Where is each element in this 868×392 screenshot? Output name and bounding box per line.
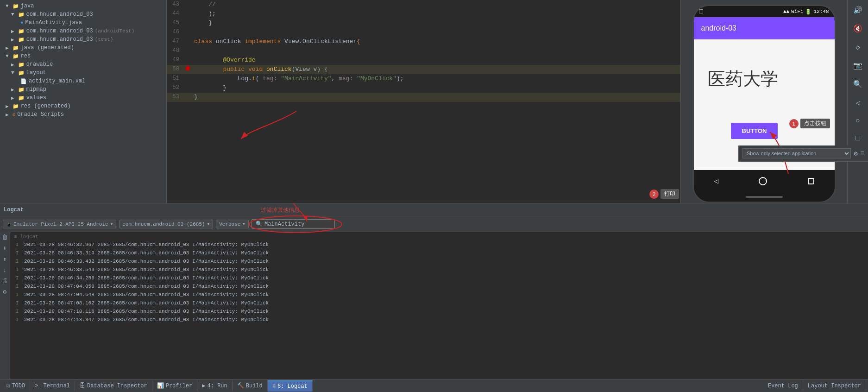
tree-layout[interactable]: ▼ 📁 layout (0, 69, 166, 77)
tree-res[interactable]: ▼ 📁 res (0, 52, 166, 60)
tab-database-inspector[interactable]: 🗄 Database Inspector (75, 380, 152, 391)
todo-icon: ☑ (6, 382, 10, 389)
log-text: 2021-03-28 08:47:18.116 2685-2685/com.hn… (24, 309, 269, 314)
tree-drawable[interactable]: ▶ 📁 drawable (0, 60, 166, 69)
logcat-section-label: ≡ logcat (12, 233, 866, 240)
emulator-dropdown[interactable]: 📱 Emulator Pixel_2_API_25 Androic ▾ (3, 220, 116, 228)
folder-collapsed-icon: ▶ (11, 37, 14, 43)
status-bar-right: ▲▲ WiFi 🔋 12:48 (783, 9, 829, 15)
tree-java[interactable]: ▼ 📁 java (0, 2, 166, 10)
log-level-icon: I (14, 317, 20, 322)
code-line-51: 51 Log.i( tag: "MainActivity", msg: "MyO… (167, 74, 680, 83)
tree-mainactivity[interactable]: ● MainActivity.java (0, 19, 166, 27)
tab-todo[interactable]: ☑ TODO (2, 380, 30, 391)
status-time: 12:48 (813, 9, 829, 14)
app-main-text: 医药大学 (708, 67, 778, 91)
folder-type-icon: 📁 (18, 12, 25, 18)
battery-icon: 🔋 (805, 9, 811, 15)
back-button[interactable]: ◁ (714, 177, 718, 186)
settings-icon[interactable]: ⚙ (854, 150, 857, 158)
database-icon: 🗄 (80, 382, 85, 389)
right-toolbar: 🔊 🔇 ◇ 📷 🔍 ◁ ○ □ Show only selected appli… (847, 0, 868, 203)
log-text: 2021-03-28 08:46:33.543 2685-2685/com.hn… (24, 267, 269, 272)
folder-type-icon: 📁 (18, 37, 25, 43)
folder-collapsed-icon: ▶ (11, 95, 14, 101)
annotation-1-label: 点击按钮 (800, 119, 830, 128)
log-level-icon: I (14, 250, 20, 256)
annotation-2-container: 2 打印 (649, 189, 679, 199)
show-only-select[interactable]: Show only selected application (742, 148, 851, 158)
tree-java-generated[interactable]: ▶ 📁 java (generated) (0, 44, 166, 52)
logcat-search-box[interactable]: 🔍 MainActivity (252, 219, 335, 229)
level-dropdown[interactable]: Verbose ▾ (216, 220, 249, 228)
log-text: 2021-03-28 08:46:33.432 2685-2685/com.hn… (24, 259, 269, 264)
logcat-tab-icon: ≡ (272, 383, 276, 390)
chevron-down-icon: ▾ (110, 221, 113, 227)
tree-item-label: res (generated) (21, 103, 71, 109)
zoom-icon[interactable]: 🔍 (851, 78, 864, 91)
tree-values[interactable]: ▶ 📁 values (0, 94, 166, 102)
package-dropdown[interactable]: com.hnucm.android_03 (2685) ▾ (119, 220, 213, 228)
log-level-icon: I (14, 309, 20, 314)
log-row-9: I 2021-03-28 08:47:18.116 2685-2685/com.… (12, 307, 866, 316)
logcat-content[interactable]: ≡ logcat I 2021-03-28 08:46:32.967 2685-… (10, 232, 868, 379)
settings2-icon[interactable]: ⚙ (3, 288, 7, 296)
code-line-47: 47 class onClick implements View.OnClick… (167, 37, 680, 46)
code-content[interactable]: 43 // 44 ); 45 } 46 (167, 0, 680, 203)
tab-terminal[interactable]: >_ Terminal (30, 381, 75, 391)
package-dropdown-label: com.hnucm.android_03 (2685) (122, 221, 205, 227)
more-icon[interactable]: ≡ (861, 150, 864, 157)
tree-mipmap[interactable]: ▶ 📁 mipmap (0, 85, 166, 94)
tab-logcat-label: 6: Logcat (277, 383, 308, 390)
log-row-4: I 2021-03-28 08:46:33.543 2685-2685/com.… (12, 266, 866, 274)
tree-activity-main-xml[interactable]: 📄 activity_main.xml (0, 77, 166, 85)
tab-build[interactable]: 🔨 Build (233, 380, 268, 391)
screenshot-icon[interactable]: 📷 (851, 59, 864, 72)
emulator-dropdown-label: Emulator Pixel_2_API_25 Androic (13, 221, 108, 227)
scroll-end-icon[interactable]: ⬇ (3, 245, 7, 252)
show-only-panel: Show only selected application ⚙ ≡ (738, 145, 868, 162)
home-nav-icon[interactable]: ○ (854, 115, 862, 127)
red-arrow-svg (204, 107, 343, 144)
back-nav-icon[interactable]: ◁ (854, 96, 862, 109)
tree-item-label: mipmap (26, 86, 46, 93)
tab-logcat[interactable]: ≡ 6: Logcat (268, 380, 313, 392)
recents-button[interactable] (808, 178, 814, 184)
square-nav-icon[interactable]: □ (854, 133, 862, 145)
clear-icon[interactable]: 🗑 (2, 234, 8, 241)
tab-profiler[interactable]: 📊 Profiler (152, 380, 198, 391)
tree-annotation: (androidTest) (95, 28, 135, 34)
profiler-icon: 📊 (157, 382, 164, 389)
tab-event-log[interactable]: Event Log (763, 381, 803, 391)
app-bar-title: android-03 (701, 24, 737, 32)
annotation-1-container: 1 点击按钮 (789, 119, 830, 128)
tree-item-label: activity_main.xml (29, 78, 85, 84)
tree-com-androidtest[interactable]: ▶ 📁 com.hnucm.android_03 (androidTest) (0, 27, 166, 35)
tree-gradle-scripts[interactable]: ▶ ⚙ Gradle Scripts (0, 110, 166, 119)
log-level-icon: I (14, 300, 20, 306)
tree-res-generated[interactable]: ▶ 📁 res (generated) (0, 102, 166, 110)
tree-com-test[interactable]: ▶ 📁 com.hnucm.android_03 (test) (0, 35, 166, 44)
code-line-50: 50 ⬤ public void onClick(View v) { (167, 65, 680, 74)
download-icon[interactable]: ↓ (3, 267, 7, 274)
tab-layout-inspector-label: Layout Inspector (808, 383, 861, 389)
xml-file-icon: 📄 (20, 78, 27, 84)
tab-layout-inspector[interactable]: Layout Inspector (803, 381, 866, 391)
print-icon[interactable]: 🖨 (2, 278, 8, 285)
tree-com-hnucm[interactable]: ▼ 📁 com.hnucm.android_03 (0, 10, 166, 19)
folder-type-icon: 📁 (18, 87, 25, 93)
folder-collapsed-icon: ▶ (6, 103, 9, 109)
rotate-icon[interactable]: ◇ (854, 41, 862, 54)
tab-run[interactable]: ▶ 4: Run (197, 380, 232, 391)
scroll-up-icon[interactable]: ⬆ (3, 256, 7, 263)
folder-icon: ▼ (6, 3, 9, 9)
code-line-44: 44 ); (167, 9, 680, 19)
tree-item-label: layout (26, 70, 46, 76)
folder-icon: ▼ (11, 70, 14, 76)
volume-up-icon[interactable]: 🔊 (851, 4, 864, 17)
terminal-icon: >_ (35, 383, 41, 389)
logcat-header: Logcat (0, 203, 868, 216)
volume-off-icon[interactable]: 🔇 (851, 22, 864, 35)
tree-annotation: (test) (95, 37, 113, 42)
tab-database-label: Database Inspector (87, 383, 147, 389)
